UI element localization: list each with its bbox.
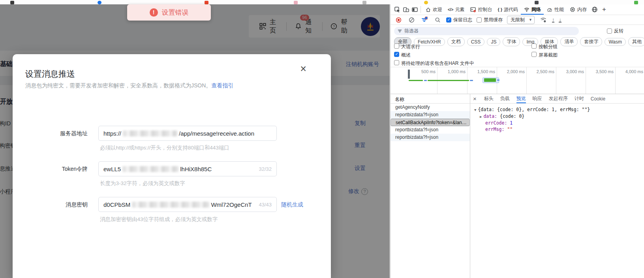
disable-cache-option[interactable]: 禁用缓存 <box>477 17 503 23</box>
group-frames-option[interactable]: 按帧分组 <box>531 43 558 50</box>
home-icon <box>425 5 431 14</box>
chip-socket[interactable]: 套接字 <box>580 37 602 46</box>
disable-cache-checkbox[interactable] <box>477 17 482 23</box>
server-address-helper: 必须以http://或https://开头，分别支持80端口和443端口 <box>100 144 229 151</box>
overview-option[interactable]: 概述 <box>394 52 411 59</box>
overview-checkbox[interactable] <box>394 52 399 57</box>
json-preview-pane: ▼{data: {code: 0}, errCode: 1, errMsg: "… <box>470 104 644 278</box>
browser-tab-strip <box>0 0 644 4</box>
filter-input[interactable]: 筛选器 <box>394 27 579 35</box>
tab-favicon <box>98 1 101 4</box>
braces-icon: { } <box>498 7 502 12</box>
server-address-input[interactable]: https:///app/message!receive.action <box>98 126 277 141</box>
chevron-down-icon: ▼ <box>529 18 532 22</box>
detail-tab-initiator[interactable]: 发起程序 <box>549 94 568 103</box>
error-toast: ! 设置错误 <box>127 4 211 21</box>
timeline-tick: 4,000 ms <box>616 69 643 74</box>
tab-memory[interactable]: 内存 <box>567 4 590 15</box>
big-rows-checkbox[interactable] <box>394 43 399 49</box>
timeline-scrubber[interactable] <box>408 70 410 79</box>
tab-console[interactable]: × 控制台 <box>467 4 495 15</box>
network-conditions-icon[interactable] <box>539 15 548 24</box>
big-rows-option[interactable]: 大请求行 <box>394 43 420 50</box>
name-column-header[interactable]: 名称 <box>395 96 404 103</box>
view-guide-link[interactable]: 查看指引 <box>211 82 233 89</box>
message-key-input[interactable]: d0CPbSMWml72OgeCnT 43/43 <box>98 197 277 212</box>
dock-side-icon[interactable] <box>410 5 419 14</box>
gauge-icon <box>546 5 553 14</box>
triangle-right-icon: ▶ <box>480 115 482 119</box>
wifi-icon <box>524 5 530 14</box>
token-helper: 长度为3-32字符，必须为英文或数字 <box>100 180 185 187</box>
filter-icon[interactable] <box>420 15 429 24</box>
modal-title: 设置消息推送 <box>25 68 75 79</box>
har-checkbox[interactable] <box>394 60 399 65</box>
devtools-panel: 欢迎 </> 元素 × 控制台 { } 源代码 网络 性能 <box>390 4 644 278</box>
tab-elements[interactable]: </> 元素 <box>445 4 467 15</box>
screenshots-option[interactable]: 屏幕截图 <box>531 52 558 59</box>
timeline-tick: 2,000 ms <box>497 69 525 74</box>
random-generate-link[interactable]: 随机生成 <box>281 201 303 208</box>
import-har-icon[interactable]: ↑ <box>552 17 555 23</box>
har-option[interactable]: 将待处理的请求包含在HAR 文件中 <box>394 60 474 67</box>
detail-tab-preview[interactable]: 预览 <box>516 94 526 103</box>
tab-favicon <box>10 1 14 4</box>
code-icon: </> <box>448 8 453 12</box>
inspect-element-icon[interactable] <box>393 5 402 14</box>
chip-doc[interactable]: 文档 <box>447 37 465 46</box>
close-detail-icon[interactable]: × <box>473 95 477 102</box>
tab-sources[interactable]: { } 源代码 <box>495 4 521 15</box>
chip-js[interactable]: JS <box>487 38 500 46</box>
json-errcode-line: errCode: 1 <box>474 120 644 126</box>
request-row[interactable]: reportbizdata?f=json <box>391 126 470 134</box>
chip-manifest[interactable]: 清单 <box>560 37 578 46</box>
modal-subtitle: 消息包为纯密文，需要开发者加密和解密，安全系数高，数据格式为JSON。查看指引 <box>25 82 233 89</box>
tab-network[interactable]: 网络 <box>521 4 544 15</box>
detail-tab-response[interactable]: 响应 <box>533 94 542 103</box>
network-toolbar: 保留日志 禁用缓存 无限制 ▼ ↑ ↓ <box>391 15 644 25</box>
screenshots-checkbox[interactable] <box>531 52 537 57</box>
timeline-tick: 1,000 ms <box>438 69 466 74</box>
detail-tab-payload[interactable]: 负载 <box>500 94 510 103</box>
detail-tab-cookie[interactable]: Cookie <box>591 94 605 103</box>
request-row[interactable]: reportbizdata?f=json <box>391 134 470 141</box>
message-key-label: 消息密钥 <box>13 201 88 208</box>
json-data-line[interactable]: ▶data: {code: 0} <box>474 113 644 120</box>
network-overview-timeline[interactable]: 500 ms 1,000 ms 1,500 ms 2,000 ms 2,500 … <box>391 67 644 94</box>
invert-checkbox[interactable] <box>607 28 612 34</box>
throttling-select[interactable]: 无限制 ▼ <box>507 16 535 24</box>
group-frames-checkbox[interactable] <box>531 43 537 49</box>
record-icon[interactable] <box>394 15 403 24</box>
screenshot-root: 主页 通知 96 ? 帮助 <box>0 0 644 278</box>
tab-welcome[interactable]: 欢迎 <box>422 4 445 15</box>
token-input[interactable]: ewLL5lhHiX8h85C 32/32 <box>98 161 277 176</box>
chip-css[interactable]: CSS <box>467 38 485 46</box>
redacted-text <box>132 202 209 208</box>
detail-tab-headers[interactable]: 标头 <box>484 94 494 103</box>
filter-glyph-icon <box>398 29 402 33</box>
detail-tab-timing[interactable]: 计时 <box>575 94 584 103</box>
request-row-selected[interactable]: setCallBackApiInfo?token=&lang… <box>391 119 470 126</box>
more-tabs-button[interactable]: + <box>599 6 609 13</box>
export-har-icon[interactable]: ↓ <box>559 17 561 23</box>
chip-wasm[interactable]: Wasm <box>605 38 626 46</box>
chip-other[interactable]: 其他 <box>628 37 644 46</box>
tab-performance[interactable]: 性能 <box>544 4 567 15</box>
redacted-text <box>123 130 177 136</box>
request-row[interactable]: getAgencyNotify <box>391 104 470 111</box>
preserve-log-checkbox[interactable] <box>446 17 451 23</box>
close-icon[interactable]: × <box>300 64 306 74</box>
devtools-tabbar: 欢迎 </> 元素 × 控制台 { } 源代码 网络 性能 <box>391 4 644 15</box>
redacted-text <box>122 166 178 172</box>
tab-favicon <box>634 1 638 4</box>
device-toolbar-icon[interactable] <box>402 5 410 14</box>
chip-icon <box>569 5 576 14</box>
request-row[interactable]: reportbizdata?f=json <box>391 111 470 119</box>
search-icon[interactable] <box>433 15 442 24</box>
preserve-log-option[interactable]: 保留日志 <box>446 17 472 23</box>
application-globe-icon[interactable] <box>590 5 599 14</box>
invert-option[interactable]: 反转 <box>607 28 623 34</box>
chip-font[interactable]: 字体 <box>503 37 520 46</box>
json-root-line[interactable]: ▼{data: {code: 0}, errCode: 1, errMsg: "… <box>474 106 644 113</box>
clear-icon[interactable] <box>407 15 416 24</box>
